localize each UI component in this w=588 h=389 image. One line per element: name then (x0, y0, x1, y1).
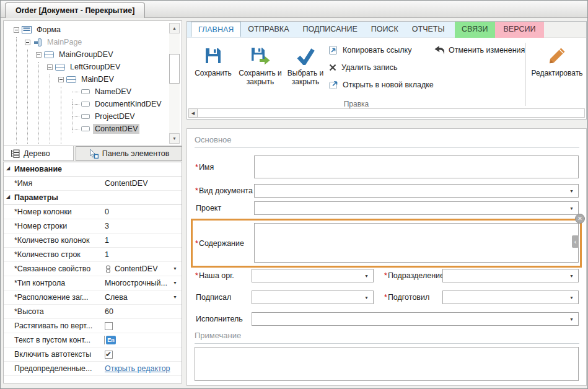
collapse-icon[interactable] (47, 64, 53, 70)
selection-handle-icon[interactable]: ✕ (575, 214, 585, 224)
tree-item-namedev[interactable]: NameDEV (5, 85, 167, 98)
property-value[interactable]: ContentDEV (115, 264, 157, 273)
property-row-height: *Высота 60 (4, 305, 182, 319)
field-label-prepared-by: *Подготовил (384, 293, 429, 302)
tree-item-maingroupdev[interactable]: MainGroupDEV (5, 48, 167, 61)
section-collapse-icon[interactable] (6, 165, 10, 171)
delete-record-button[interactable]: Удалить запись (328, 63, 434, 72)
property-row-label-position: *Расположение заг... Слева (4, 291, 182, 305)
collapse-icon[interactable] (25, 40, 30, 45)
property-row-column-count: *Количество колонок 1 (4, 234, 182, 248)
tab-tree[interactable]: Дерево (3, 146, 74, 161)
dropdown-arrow-icon[interactable] (173, 266, 177, 271)
copy-link-button[interactable]: Копировать ссылку (328, 45, 434, 55)
content-input[interactable] (254, 223, 579, 263)
checkbox-checked[interactable] (105, 351, 113, 359)
undo-changes-button[interactable]: Отменить изменения (434, 45, 525, 55)
note-input[interactable] (195, 347, 579, 381)
field-label-executor: Исполнитель (195, 315, 243, 323)
name-input[interactable] (254, 155, 579, 178)
scroll-track[interactable] (198, 108, 585, 118)
property-value[interactable]: 1 (102, 250, 109, 259)
collapse-icon[interactable] (36, 52, 42, 58)
required-marker: * (195, 271, 198, 280)
property-value[interactable]: ContentDEV (102, 179, 147, 188)
collapse-icon[interactable] (58, 77, 64, 82)
property-label: *Расположение заг... (4, 293, 102, 302)
property-label: *Количество строк (4, 250, 102, 259)
tree-item-form[interactable]: Форма (5, 24, 167, 36)
tree-item-mainpage[interactable]: MainPage (5, 36, 167, 48)
ribbon-tab-reports[interactable]: ОТЧЕТЫ (405, 22, 452, 37)
checkbox-unchecked[interactable] (105, 322, 113, 330)
tree-item-label: MainPage (45, 37, 84, 47)
card-form-preview: Основное *Имя *Вид документа Проект ✕ *С… (186, 128, 587, 386)
open-new-tab-button[interactable]: Открыть в новой вкладке (328, 80, 434, 90)
property-row-predefined: Предопределенные... Открыть редактор (4, 362, 182, 376)
scroll-left-icon[interactable] (188, 108, 198, 118)
prepared-by-combobox[interactable] (442, 291, 579, 304)
tree-item-label: NameDEV (93, 87, 133, 97)
section-collapse-icon[interactable] (6, 194, 10, 199)
tree-item-contentdev[interactable]: ContentDEV (5, 123, 167, 135)
ribbon-tab-search[interactable]: ПОИСК (364, 22, 405, 37)
property-value[interactable]: 0 (102, 208, 109, 216)
property-label: Растягивать по верт... (4, 321, 102, 330)
dropdown-arrow-icon[interactable] (173, 295, 177, 299)
scroll-up-icon[interactable]: ▲ (169, 23, 180, 33)
ribbon-tab-versions[interactable]: ВЕРСИИ (495, 22, 545, 38)
tree-item-maindev[interactable]: MainDEV (5, 73, 167, 85)
property-value[interactable]: 3 (102, 222, 109, 230)
property-section-naming[interactable]: Именование (4, 162, 182, 177)
our-org-combobox[interactable] (252, 269, 374, 282)
collapse-handle-icon[interactable]: ‹ (572, 235, 579, 248)
ribbon-tab-main[interactable]: ГЛАВНАЯ (191, 22, 241, 37)
ribbon-group-label: Правка (187, 100, 525, 108)
select-and-close-button[interactable]: Выбрать и закрыть (284, 46, 327, 86)
section-header-main: Основное (195, 135, 579, 148)
executor-combobox[interactable] (252, 312, 579, 326)
tree-item-leftgroupdev[interactable]: LeftGroupDEV (5, 61, 167, 73)
delete-record-label: Удалить запись (341, 63, 397, 72)
check-icon (296, 46, 315, 65)
save-close-icon (250, 46, 270, 65)
property-row-control-type: *Тип контрола Многострочный... (4, 276, 182, 291)
collapse-icon[interactable] (14, 27, 19, 33)
select-close-label: Выбрать и закрыть (284, 69, 327, 86)
property-label: Включить автотексты (4, 350, 102, 359)
localized-text-editor[interactable]: En (104, 336, 116, 344)
property-grid: Именование *Имя ContentDEV Параметры *Но… (3, 162, 182, 383)
edit-button[interactable]: Редактировать (529, 46, 586, 77)
property-row-name: *Имя ContentDEV (4, 177, 182, 191)
scroll-down-icon[interactable]: ▼ (169, 133, 180, 144)
tree-item-label-selected: ContentDEV (93, 124, 139, 134)
property-value[interactable]: 1 (102, 236, 109, 245)
save-and-close-button[interactable]: Сохранить и закрыть (237, 46, 284, 86)
signed-by-combobox[interactable] (252, 291, 374, 304)
department-combobox[interactable] (442, 269, 579, 282)
required-marker: * (195, 239, 198, 248)
scroll-thumb[interactable] (169, 54, 180, 84)
document-tab[interactable]: Order [Документ - Перекрытие] (5, 2, 145, 18)
property-section-parameters[interactable]: Параметры (4, 191, 182, 205)
field-label-signed-by: Подписал (195, 293, 231, 302)
tree-item-documentkinddev[interactable]: DocumentKindDEV (5, 98, 167, 110)
doc-kind-combobox[interactable] (254, 184, 579, 198)
ribbon-tab-signing[interactable]: ПОДПИСАНИЕ (296, 22, 364, 37)
ribbon-tab-send[interactable]: ОТПРАВКА (241, 22, 296, 37)
open-new-tab-label: Открыть в новой вкладке (343, 81, 434, 89)
property-row-enable-autotexts: Включить автотексты (4, 347, 182, 362)
project-combobox[interactable] (254, 201, 579, 215)
tab-toolbox[interactable]: Панель элементов (76, 146, 182, 161)
copy-link-icon (328, 45, 338, 55)
ribbon-tab-links[interactable]: СВЯЗИ (455, 22, 495, 38)
tree-item-projectdev[interactable]: ProjectDEV (5, 110, 167, 123)
dropdown-arrow-icon[interactable] (173, 281, 177, 285)
tree-scrollbar[interactable]: ▲ ▼ (169, 23, 180, 144)
property-value[interactable]: Слева (102, 293, 128, 302)
ribbon-horizontal-scrollbar[interactable] (188, 108, 585, 118)
property-value[interactable]: 60 (102, 307, 113, 316)
open-editor-link[interactable]: Открыть редактор (102, 364, 170, 373)
property-value[interactable]: Многострочный... (102, 279, 167, 287)
save-button[interactable]: Сохранить (192, 46, 234, 77)
